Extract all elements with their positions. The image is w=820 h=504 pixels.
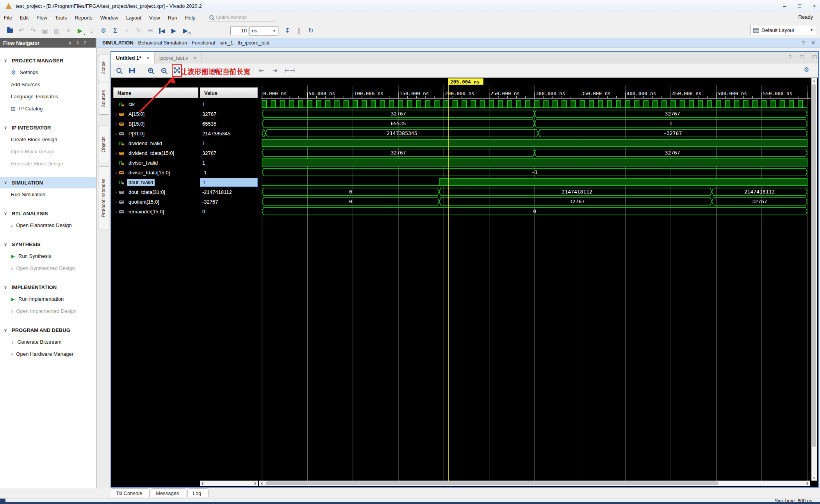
swap-icon[interactable]: ⇄ [226,66,234,75]
restart-icon[interactable]: ◀ [158,27,166,35]
expand-chevron-icon[interactable]: › [113,131,119,136]
flow-item-open-elaborated-design[interactable]: ›Open Elaborated Design [0,219,96,231]
side-tab-sources[interactable]: Sources [98,83,109,115]
signal-row-remainder_15_0_[interactable]: ›remainder[15:0] [113,207,198,217]
run-icon[interactable]: ▶ [76,27,84,35]
next-marker-icon[interactable]: ⇥ [271,66,278,75]
console-tab-tcl-console[interactable]: Tcl Console [111,488,150,497]
next-transition-icon[interactable]: ▶ [213,66,220,75]
window-icon[interactable]: ◱ [799,54,804,60]
run-for-time-icon[interactable]: ▶(T) [181,27,190,35]
signal-value-row[interactable]: -32767 [200,197,258,207]
signal-row-dividend_tvalid[interactable]: dividend_tvalid [113,138,198,148]
side-tab-scope[interactable]: Scope [98,55,109,81]
expand-chevron-icon[interactable]: › [113,190,119,195]
expand-chevron-icon[interactable]: › [113,170,119,175]
flow-item-generate-block-design[interactable]: Generate Block Design [0,158,96,170]
span-markers-icon[interactable]: ⊢⊣ [285,66,295,75]
simulation-time-input[interactable] [230,27,248,35]
menu-item-view[interactable]: View [145,13,164,22]
flow-item-run-synthesis[interactable]: ▶Run Synthesis [0,250,96,262]
signal-row-divisor_tvalid[interactable]: divisor_tvalid [113,158,198,168]
flow-item-open-implemented-design[interactable]: ›Open Implemented Design [0,305,96,317]
flow-section-header-program-and-debug[interactable]: ∨PROGRAM AND DEBUG [0,325,96,336]
signal-row-B_15_0_[interactable]: ›B[15:0] [113,119,198,129]
previous-transition-icon[interactable]: ◀ [200,66,207,75]
scroll-right-icon[interactable]: ❯ [252,481,258,486]
tab-ipcore-test-v[interactable]: ipcore_test.v× [155,52,201,64]
value-column-header[interactable]: Value [200,87,258,98]
undo-icon[interactable]: ↶ [17,27,26,35]
signal-value-row[interactable]: -2147418112 [200,187,258,197]
signal-row-A_15_0_[interactable]: ›A[15:0] [113,109,198,119]
goto-time-icon[interactable]: ⇥ [187,66,194,75]
flow-section-header-simulation[interactable]: ∨SIMULATION [0,177,96,188]
console-tab-messages[interactable]: Messages [151,488,186,497]
menu-item-run[interactable]: Run [164,13,181,22]
signal-value-row[interactable]: 1 [200,158,258,168]
cut-icon[interactable]: ✂ [146,27,155,35]
signal-value-row[interactable]: 1 [200,177,258,187]
layout-selector[interactable]: Default Layout ▼ [750,25,816,35]
signal-value-row[interactable]: 1 [200,99,258,109]
flow-item-add-sources[interactable]: Add Sources [0,78,96,91]
signal-value-row[interactable]: 0 [200,207,258,217]
scroll-left-icon[interactable]: ❮ [200,481,205,486]
paste-icon[interactable]: ▥ [52,27,61,35]
flow-section-header-ip-integrator[interactable]: ∨IP INTEGRATOR [0,122,96,133]
flow-item-settings[interactable]: ⚙Settings [0,66,96,78]
scroll-up-icon[interactable]: ∧ [811,78,817,83]
flow-item-open-hardware-manager[interactable]: ›Open Hardware Manager [0,348,96,360]
maximize-button[interactable]: □ [798,3,801,9]
flow-item-create-block-design[interactable]: Create Block Design [0,133,96,146]
vscrollbar-thumb[interactable] [812,84,816,447]
signal-row-dout_tdata_31_0_[interactable]: ›dout_tdata[31:0] [113,187,198,197]
expand-chevron-icon[interactable]: › [113,151,119,156]
side-tab-protocol-instances[interactable]: Protocol Instances [98,166,109,229]
menu-item-file[interactable]: File [0,13,16,22]
find-icon[interactable] [115,66,122,75]
flow-item-run-simulation[interactable]: Run Simulation [0,188,96,201]
zoom-in-icon[interactable]: + [147,66,154,75]
name-column-header[interactable]: Name [113,87,198,98]
menu-item-tools[interactable]: Tools [51,13,71,22]
close-icon[interactable]: × [146,55,150,61]
waveform-hscrollbar[interactable]: ❮ ❯ [259,481,810,486]
open-file-icon[interactable] [5,27,14,35]
add-marker-icon[interactable]: +Γ [240,66,247,75]
signal-row-P_31_0_[interactable]: ›P[31:0] [113,129,198,138]
side-tab-objects[interactable]: Objects [98,126,109,163]
signal-row-dout_tvalid[interactable]: dout_tvalid [113,177,198,187]
delete-icon[interactable]: × [64,27,73,35]
flow-item-run-implementation[interactable]: ▶Run Implementation [0,293,96,305]
flow-navigator-header-icon[interactable]: ? [84,40,86,46]
close-button[interactable]: × [813,3,816,9]
close-panel-icon[interactable]: ✕ [811,40,815,46]
signal-value-row[interactable]: 1 [200,138,258,148]
menu-item-window[interactable]: Window [96,13,122,22]
signal-row-dividend_tdata_15_0_[interactable]: ›dividend_tdata[15:0] [113,148,198,158]
window-icon[interactable]: ◳ [812,54,817,60]
zoom-fit-icon[interactable] [173,66,180,75]
menu-item-layout[interactable]: Layout [122,13,145,22]
signal-value-row[interactable]: 2147385345 [200,129,258,138]
help-icon[interactable]: ? [802,40,805,46]
menu-item-reports[interactable]: Reports [71,13,96,22]
flow-navigator-header-icon[interactable]: ⊼ [68,40,72,46]
expand-chevron-icon[interactable]: › [113,209,119,214]
signal-value-row[interactable]: 65535 [200,119,258,129]
waveform-vscrollbar[interactable]: ∧ ∨ [811,78,817,481]
flow-item-language-templates[interactable]: Language Templates [0,91,96,103]
signal-value-row[interactable]: 32767 [200,148,258,158]
name-value-hscrollbar[interactable]: ❮ ❯ [200,481,258,486]
settings-gear-icon[interactable]: ⚙ [99,27,108,35]
zoom-out-icon[interactable]: − [160,66,167,75]
menu-item-edit[interactable]: Edit [16,13,32,22]
window-icon[interactable]: ? [789,54,791,60]
flow-section-header-project-manager[interactable]: ∨PROJECT MANAGER [0,55,96,66]
close-icon[interactable]: × [194,55,197,61]
menu-item-help[interactable]: Help [181,13,200,22]
signal-row-clk[interactable]: clk [113,99,198,109]
previous-marker-icon[interactable]: ⇤ [258,66,265,75]
minimize-button[interactable]: – [783,3,786,9]
